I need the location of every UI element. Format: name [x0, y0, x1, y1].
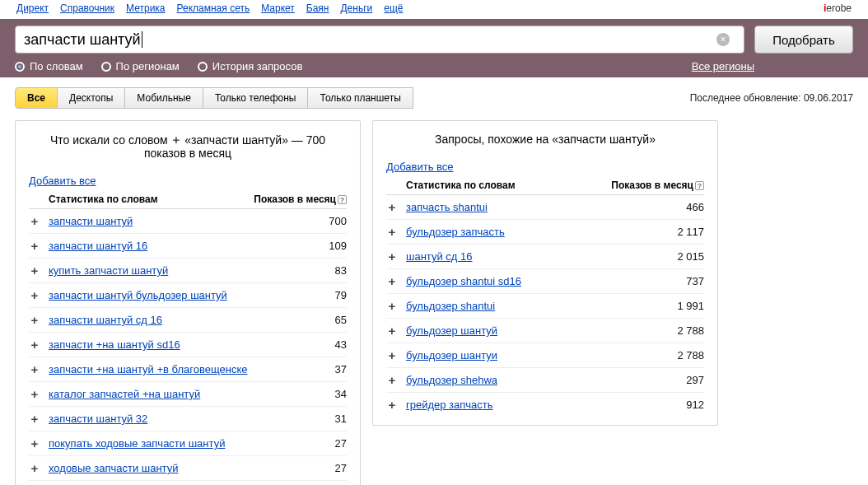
- query-link[interactable]: запчасти шантуй: [49, 215, 297, 227]
- filter-radio[interactable]: История запросов: [198, 60, 303, 72]
- impressions-value: 43: [297, 338, 347, 351]
- clear-icon[interactable]: ×: [716, 33, 730, 46]
- add-all-left[interactable]: Добавить все: [29, 175, 96, 187]
- add-icon[interactable]: +: [29, 239, 40, 253]
- add-icon[interactable]: +: [386, 225, 398, 239]
- add-icon[interactable]: +: [29, 288, 40, 302]
- panel-main-queries: Что искали со словом + «запчасти шантуй»…: [15, 120, 361, 485]
- tab[interactable]: Все: [15, 87, 58, 109]
- query-link[interactable]: запчасть shantui: [406, 201, 655, 213]
- table-row: +бульдозер shantui sd16737: [386, 269, 704, 294]
- add-icon[interactable]: +: [29, 362, 40, 376]
- impressions-value: 737: [655, 275, 704, 287]
- topnav-link[interactable]: Баян: [306, 2, 329, 14]
- topnav-link[interactable]: ещё: [384, 2, 403, 14]
- add-icon[interactable]: +: [29, 214, 40, 228]
- query-link[interactable]: каталог запчастей +на шантуй: [49, 388, 297, 400]
- filter-radio[interactable]: По регионам: [101, 60, 180, 72]
- impressions-value: 109: [297, 240, 347, 252]
- add-icon[interactable]: +: [29, 313, 40, 327]
- help-icon[interactable]: ?: [695, 181, 704, 190]
- query-link[interactable]: бульдозер шантуи: [406, 349, 655, 361]
- add-icon[interactable]: +: [386, 274, 398, 288]
- tab[interactable]: Только планшеты: [307, 87, 413, 109]
- add-icon[interactable]: +: [386, 249, 398, 263]
- impressions-value: 83: [297, 264, 347, 277]
- add-all-right[interactable]: Добавить все: [386, 161, 454, 173]
- topnav-link[interactable]: Метрика: [126, 2, 165, 14]
- table-row: +бульдозер shantui1 991: [386, 294, 704, 319]
- query-link[interactable]: купить запчасти шантуй: [49, 264, 297, 277]
- query-link[interactable]: запчасти шантуй 32: [49, 413, 297, 425]
- impressions-value: 2 015: [655, 250, 704, 263]
- add-icon[interactable]: +: [386, 200, 398, 214]
- query-link[interactable]: грейдер запчасть: [406, 399, 655, 411]
- all-regions-link[interactable]: Все регионы: [692, 60, 754, 72]
- add-icon[interactable]: +: [386, 324, 398, 338]
- search-input[interactable]: запчасти шантуй: [15, 26, 744, 54]
- query-link[interactable]: бульдозер shantui sd16: [406, 275, 655, 287]
- query-link[interactable]: ходовые запчасти шантуй: [49, 462, 297, 474]
- query-link[interactable]: бульдозер шантуй: [406, 324, 655, 337]
- add-icon[interactable]: +: [29, 461, 40, 475]
- query-link[interactable]: бульдозер запчасть: [406, 226, 655, 238]
- search-bar: запчасти шантуй × Подобрать По словамПо …: [0, 19, 868, 77]
- col-imp: Показов в месяц?: [611, 180, 704, 191]
- col-stat: Статистика по словам: [49, 194, 158, 205]
- topnav-link[interactable]: Деньги: [340, 2, 372, 14]
- table-row: +грейдер запчасть912: [386, 393, 704, 417]
- radio-label: По словам: [30, 60, 83, 72]
- query-link[interactable]: бульдозер shantui: [406, 300, 655, 312]
- topnav-link[interactable]: Рекламная сеть: [177, 2, 250, 14]
- tab[interactable]: Только телефоны: [203, 87, 309, 109]
- last-update: Последнее обновление: 09.06.2017: [690, 92, 853, 104]
- query-link[interactable]: бульдозер shehwa: [406, 374, 655, 386]
- top-nav: ДиректСправочникМетрикаРекламная сетьМар…: [0, 0, 868, 19]
- search-button[interactable]: Подобрать: [754, 26, 853, 54]
- query-link[interactable]: запчасти шантуй бульдозер шантуй: [49, 289, 297, 301]
- add-icon[interactable]: +: [386, 299, 398, 313]
- tab[interactable]: Мобильные: [124, 87, 203, 109]
- impressions-value: 700: [297, 215, 347, 227]
- query-link[interactable]: запчасти шантуй 16: [49, 240, 297, 252]
- add-icon[interactable]: +: [386, 373, 398, 387]
- add-icon[interactable]: +: [29, 387, 40, 401]
- query-link[interactable]: покупать ходовые запчасти шантуй: [49, 437, 297, 450]
- radio-icon: [101, 62, 111, 72]
- table-row: +запчасти +на шантуй +в благовещенске37: [29, 357, 347, 382]
- table-row: +запчасти шантуй 3231: [29, 407, 347, 431]
- add-icon[interactable]: +: [29, 436, 40, 450]
- add-icon[interactable]: +: [386, 398, 398, 412]
- table-row: +бульдозер шантуи2 788: [386, 343, 704, 368]
- table-row: +шантуй сд 16 каталог запчастей23: [29, 481, 347, 485]
- impressions-value: 912: [655, 399, 704, 411]
- radio-icon: [198, 62, 208, 72]
- help-icon[interactable]: ?: [338, 195, 347, 204]
- radio-label: История запросов: [212, 60, 303, 72]
- impressions-value: 37: [297, 363, 347, 375]
- table-row: +бульдозер шантуй2 788: [386, 319, 704, 343]
- query-link[interactable]: запчасти +на шантуй sd16: [49, 338, 297, 351]
- add-icon[interactable]: +: [29, 263, 40, 277]
- query-link[interactable]: запчасти +на шантуй +в благовещенске: [49, 363, 297, 375]
- table-row: +бульдозер запчасть2 117: [386, 220, 704, 245]
- table-row: +бульдозер shehwa297: [386, 368, 704, 393]
- caret: [142, 31, 142, 48]
- query-link[interactable]: запчасти шантуй сд 16: [49, 314, 297, 326]
- impressions-value: 79: [297, 289, 347, 301]
- search-value: запчасти шантуй: [24, 31, 141, 49]
- topnav-link[interactable]: Справочник: [60, 2, 114, 14]
- add-icon[interactable]: +: [29, 338, 40, 352]
- tab[interactable]: Десктопы: [57, 87, 125, 109]
- impressions-value: 1 991: [655, 300, 704, 312]
- impressions-value: 466: [655, 201, 704, 213]
- add-icon[interactable]: +: [386, 348, 398, 362]
- query-link[interactable]: шантуй сд 16: [406, 250, 655, 263]
- filter-radio[interactable]: По словам: [15, 60, 83, 72]
- impressions-value: 2 788: [655, 324, 704, 337]
- topnav-link[interactable]: Маркет: [261, 2, 295, 14]
- filter-radios: По словамПо регионамИстория запросов: [15, 60, 302, 72]
- table-head-right: Статистика по словам Показов в месяц?: [386, 176, 704, 195]
- topnav-link[interactable]: Директ: [16, 2, 49, 14]
- add-icon[interactable]: +: [29, 412, 40, 426]
